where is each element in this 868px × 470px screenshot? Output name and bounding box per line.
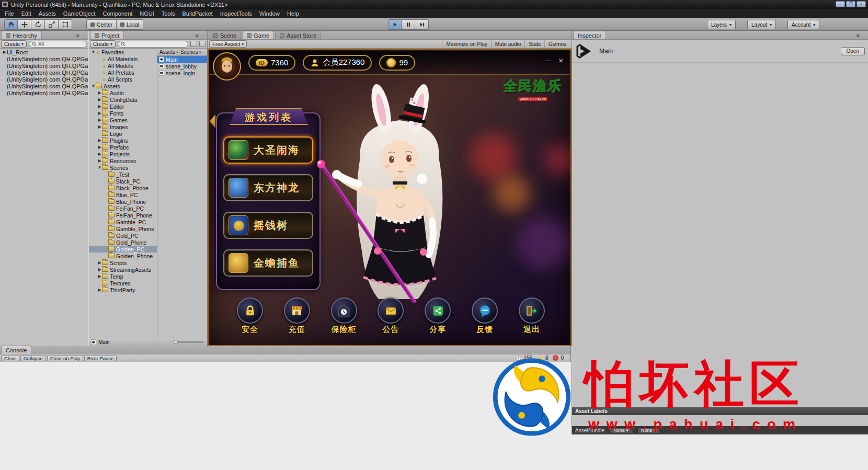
view-tab[interactable]: Scene: [209, 31, 241, 39]
game-view-toggle[interactable]: Maximize on Play: [442, 40, 490, 48]
project-file-item[interactable]: scene_login: [157, 70, 207, 76]
feedback-button[interactable]: 反馈: [470, 297, 500, 335]
menu-item[interactable]: NGUI: [136, 9, 158, 18]
game-button-jinchan-buyu[interactable]: 金蟾捕鱼: [223, 249, 313, 277]
expand-arrow-icon[interactable]: ▼: [97, 165, 102, 170]
panel-menu-icon[interactable]: ≡ ·: [196, 32, 205, 38]
project-tree-item[interactable]: ▶Games: [89, 117, 157, 123]
project-tree-item[interactable]: ▶StreamingAssets: [89, 266, 157, 273]
announcement-button[interactable]: 公告: [375, 297, 406, 335]
expand-arrow-icon[interactable]: ▼: [91, 84, 96, 88]
breadcrumb-folder[interactable]: Scenes: [180, 49, 198, 55]
project-tree-item[interactable]: ▶Audio: [89, 89, 157, 96]
project-tree-item[interactable]: Golden_PC: [89, 246, 157, 253]
console-button[interactable]: Error Pause: [84, 355, 117, 361]
lobby-minimize-button[interactable]: ─: [546, 56, 552, 65]
project-tree-item[interactable]: Textures: [89, 280, 157, 286]
game-view-toggle[interactable]: Gizmos: [544, 40, 570, 48]
project-tree-item[interactable]: All Models: [89, 62, 157, 69]
toolbar-dropdown[interactable]: Account▾: [787, 20, 819, 29]
game-view-toggle[interactable]: Stats: [524, 40, 544, 48]
expand-arrow-icon[interactable]: ▶: [97, 158, 102, 163]
menu-item[interactable]: Assets: [35, 9, 60, 18]
view-tab[interactable]: Game: [242, 31, 274, 39]
project-tree-item[interactable]: _Test: [89, 171, 157, 178]
recharge-button[interactable]: 充值: [282, 297, 312, 335]
project-tree-item[interactable]: Logo: [89, 130, 157, 137]
project-tree-item[interactable]: Gamble_PC: [89, 219, 157, 225]
project-tree-item[interactable]: ▶Projects: [89, 151, 157, 157]
project-tree-item[interactable]: Black_PC: [89, 178, 157, 185]
hierarchy-search-input[interactable]: All: [29, 41, 87, 48]
expand-arrow-icon[interactable]: ▼: [91, 50, 96, 54]
pause-button[interactable]: [402, 19, 415, 30]
step-button[interactable]: [415, 19, 429, 30]
hierarchy-item[interactable]: (UnitySingleton) com.QH.QPGam: [0, 89, 88, 96]
project-tree-item[interactable]: ▶Images: [89, 123, 157, 130]
scale-tool-button[interactable]: [45, 19, 59, 30]
player-avatar[interactable]: [213, 52, 241, 81]
lobby-close-button[interactable]: ×: [558, 56, 563, 65]
project-tree-item[interactable]: Blue_Phone: [89, 198, 157, 205]
hierarchy-item[interactable]: (UnitySingleton) com.QH.QPGam: [0, 69, 88, 76]
window-maximize-button[interactable]: ❐: [846, 1, 855, 7]
menu-item[interactable]: InspectTools: [216, 9, 256, 18]
panel-collapse-arrow[interactable]: [210, 114, 215, 128]
tab-hierarchy[interactable]: Hierarchy: [1, 31, 42, 39]
game-button-yaoqianshu[interactable]: 摇钱树: [223, 212, 313, 239]
project-tree-item[interactable]: ▶Editor: [89, 103, 157, 110]
project-tree-item[interactable]: Golden_Phone: [89, 253, 157, 259]
project-tree-item[interactable]: All Prefabs: [89, 69, 157, 76]
exit-button[interactable]: 退出: [517, 297, 547, 335]
expand-arrow-icon[interactable]: ▶: [97, 274, 102, 279]
expand-arrow-icon[interactable]: ▶: [97, 138, 102, 143]
expand-arrow-icon[interactable]: ▶: [97, 104, 102, 109]
expand-arrow-icon[interactable]: ▶: [97, 111, 102, 116]
expand-arrow-icon[interactable]: ▶: [97, 90, 102, 95]
expand-arrow-icon[interactable]: ▶: [2, 50, 7, 54]
expand-arrow-icon[interactable]: ▶: [97, 152, 102, 156]
game-view-toggle[interactable]: Mute audio: [491, 40, 524, 48]
project-tree-item[interactable]: ▶Temp: [89, 273, 157, 280]
breadcrumb-root[interactable]: Assets: [159, 49, 175, 55]
project-tree-item[interactable]: ▶ConfigData: [89, 96, 157, 103]
project-tree-item[interactable]: FeiFan_Phone: [89, 212, 157, 219]
project-file-item[interactable]: scene_lobby: [157, 63, 207, 70]
expand-arrow-icon[interactable]: ▶: [97, 118, 102, 122]
project-tree-item[interactable]: ▶Resources: [89, 157, 157, 164]
panel-menu-icon[interactable]: ≡ ·: [76, 32, 86, 38]
console-button[interactable]: Clear on Play: [47, 355, 83, 361]
tab-console[interactable]: Console: [1, 346, 31, 354]
project-tree-item[interactable]: ▶Prefabs: [89, 144, 157, 151]
rotate-tool-button[interactable]: [31, 19, 45, 30]
pivot-center-button[interactable]: Center: [86, 19, 117, 30]
expand-arrow-icon[interactable]: ▶: [97, 267, 102, 272]
expand-arrow-icon[interactable]: ▶: [97, 145, 102, 150]
project-file-item[interactable]: Main: [157, 56, 207, 63]
project-create-button[interactable]: Create▾: [90, 40, 116, 48]
hierarchy-item[interactable]: (UnitySingleton) com.QH.QPGam: [0, 83, 88, 89]
hierarchy-item[interactable]: ▶UI_Root: [0, 49, 88, 55]
menu-item[interactable]: Window: [256, 9, 283, 18]
project-search-input[interactable]: [118, 41, 188, 48]
console-button[interactable]: Clear: [1, 355, 19, 361]
project-tree-item[interactable]: All Materials: [89, 55, 157, 62]
open-asset-button[interactable]: Open: [841, 47, 865, 55]
menu-item[interactable]: Help: [283, 9, 303, 18]
play-button[interactable]: [388, 19, 402, 30]
project-tree-item[interactable]: Gold_Phone: [89, 239, 157, 246]
game-button-dasheng-naohai[interactable]: 大圣闹海: [223, 136, 313, 164]
tab-project[interactable]: Project: [90, 31, 124, 39]
tab-inspector[interactable]: Inspector: [573, 31, 606, 39]
expand-arrow-icon[interactable]: ▶: [97, 97, 102, 102]
toolbar-dropdown[interactable]: Layout▾: [747, 20, 776, 29]
toolbar-dropdown[interactable]: Layers▾: [707, 20, 736, 29]
safe-box-button[interactable]: 保险柜: [329, 297, 359, 335]
project-tree-item[interactable]: Blue_PC: [89, 191, 157, 198]
game-button-dongfang-shenlong[interactable]: 东方神龙: [223, 174, 313, 201]
console-button[interactable]: Collapse: [20, 355, 46, 361]
search-by-type-icon[interactable]: [190, 41, 197, 47]
project-tree-item[interactable]: ▼Scenes: [89, 164, 157, 171]
menu-item[interactable]: GameObject: [60, 9, 99, 18]
project-tree-item[interactable]: Gold_PC: [89, 232, 157, 239]
